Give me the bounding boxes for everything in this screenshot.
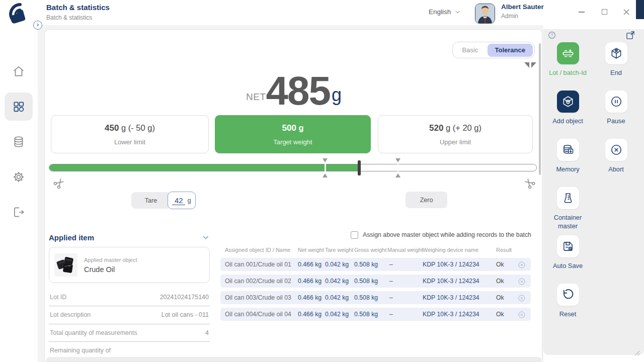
user-menu[interactable]: Albert Sauter Admin (501, 3, 544, 20)
batch-table-header: Assigned object ID / Name Net weight Tar… (220, 247, 532, 255)
expand-panel-button[interactable] (625, 30, 635, 42)
add-object-button[interactable]: Add object (544, 90, 592, 126)
cell-manual-weight: – (389, 308, 393, 321)
cell-net-weight: 0.466 kg (298, 258, 321, 271)
weight-display: NET485g (45, 63, 542, 107)
table-row[interactable]: Oil can 001/Crude oil 01 0.466 kg 0.042 … (220, 258, 531, 271)
lower-limit-marker-bottom (323, 173, 328, 177)
net-value: 485 (266, 75, 330, 107)
column-header: Tare weight (325, 247, 353, 253)
table-row[interactable]: Oil can 002/Crude oil 02 0.466 kg 0.042 … (220, 275, 531, 288)
cell-device-name: KDP 10K-3 / 124234 (423, 258, 479, 271)
sidebar-expand-button[interactable]: › (33, 21, 42, 30)
tab-basic[interactable]: Basic (453, 46, 488, 54)
resize-grip[interactable] (633, 349, 640, 358)
tare-input[interactable] (172, 196, 185, 205)
remove-record-button[interactable] (518, 294, 526, 302)
user-role: Admin (501, 13, 544, 20)
memory-button[interactable]: Memory (544, 139, 592, 174)
left-sidebar: KERN (0, 25, 38, 362)
apps-grid-icon (12, 100, 25, 113)
remove-record-button[interactable] (518, 260, 526, 268)
tare-button[interactable]: Tare (131, 192, 171, 209)
lower-limit-label: Lower limit (114, 138, 145, 146)
container-master-button[interactable]: Container master (544, 187, 592, 230)
field-total-quantity: Total quantity of measurements 4 (49, 324, 210, 342)
cell-tare-weight: 0.042 kg (325, 308, 349, 321)
cell-gross-weight: 0.508 kg (354, 258, 378, 271)
table-row[interactable]: Oil can 003/Crude oil 03 0.466 kg 0.042 … (220, 291, 531, 304)
minimize-button[interactable] (579, 12, 585, 13)
auto-save-button[interactable]: Auto Save (544, 235, 592, 270)
target-weight-card: 500 g Target weight (215, 115, 371, 153)
lower-limit-marker-top (323, 158, 328, 162)
avatar[interactable] (475, 4, 495, 24)
upper-limit-rest: g (+ 20 g) (443, 123, 481, 132)
database-icon (12, 135, 25, 148)
cell-device-name: KDP 10K-3 / 124234 (423, 308, 479, 321)
tare-unit: g (187, 197, 191, 204)
field-value: 4 (205, 329, 209, 336)
lower-limit-gap (325, 163, 326, 172)
reset-button[interactable]: Reset (544, 284, 592, 319)
cell-gross-weight: 0.508 kg (354, 308, 378, 321)
applied-item-collapse-icon[interactable] (202, 233, 210, 241)
minimize-icon (579, 12, 585, 13)
batch-table: Oil can 001/Crude oil 01 0.466 kg 0.042 … (220, 258, 531, 324)
language-selector[interactable]: English (429, 8, 461, 16)
current-weight-marker (358, 160, 361, 175)
assign-checkbox-label: Assign above master object while adding … (363, 231, 531, 238)
remove-record-button[interactable] (518, 310, 526, 318)
abort-icon (605, 139, 627, 161)
lot-batch-id-button[interactable]: Lot / batch-Id (544, 42, 592, 77)
horizontal-scrollbar[interactable] (46, 357, 541, 362)
pause-icon (605, 90, 627, 113)
gear-icon (12, 170, 25, 184)
end-button[interactable]: End (592, 42, 640, 77)
assign-checkbox[interactable] (351, 231, 358, 239)
help-button[interactable]: ? (547, 31, 556, 42)
cell-gross-weight: 0.508 kg (354, 291, 378, 304)
cell-object-name: Oil can 002/Crude oil 02 (225, 275, 291, 288)
table-row[interactable]: Oil can 004/Crude oil 04 0.466 kg 0.042 … (220, 308, 531, 321)
sidebar-item-database[interactable] (5, 128, 33, 156)
maximize-button[interactable] (602, 9, 607, 15)
upper-limit-gap (397, 163, 399, 172)
vertical-scrollbar[interactable] (539, 43, 541, 175)
field-value: Lot oil cans - 011 (162, 311, 209, 318)
remove-record-button[interactable] (518, 277, 526, 285)
upper-limit-label: Upper limit (440, 138, 471, 146)
upper-limit-value: 520 (429, 123, 443, 133)
master-object-name: Crude Oil (84, 265, 137, 274)
column-header: Manual weight (387, 247, 423, 253)
applied-master-object-card: Applied master object Crude Oil (49, 247, 210, 283)
reset-icon (557, 284, 579, 306)
field-value: 20241024175140 (160, 294, 209, 301)
language-label: English (429, 8, 451, 16)
sidebar-item-apps[interactable] (5, 93, 33, 121)
zero-button[interactable]: Zero (406, 192, 447, 208)
column-header: Gross weight (354, 247, 386, 253)
cell-object-name: Oil can 001/Crude oil 01 (225, 258, 291, 271)
assign-master-object-row: Assign above master object while adding … (351, 230, 536, 239)
cell-object-name: Oil can 003/Crude oil 03 (225, 291, 291, 304)
upper-limit-marker-top (395, 158, 400, 162)
scissors-right-icon[interactable] (524, 177, 535, 189)
expand-icon (625, 30, 635, 40)
cell-tare-weight: 0.042 kg (325, 258, 349, 271)
sidebar-item-home[interactable] (5, 57, 33, 85)
upper-limit-marker-bottom (395, 173, 400, 177)
scissors-left-icon[interactable] (54, 177, 65, 189)
sidebar-item-logout[interactable] (5, 198, 33, 226)
pause-button[interactable]: Pause (592, 90, 640, 126)
sidebar-item-settings[interactable] (5, 163, 33, 191)
cell-object-name: Oil can 004/Crude oil 04 (225, 308, 291, 321)
column-header: Net weight (298, 247, 324, 253)
cell-net-weight: 0.466 kg (298, 308, 321, 321)
abort-button[interactable]: Abort (592, 139, 640, 174)
close-button[interactable] (623, 9, 630, 18)
chevron-down-icon (454, 9, 461, 15)
cell-device-name: KDP 10K-3 / 124234 (423, 275, 479, 288)
cell-net-weight: 0.466 kg (298, 275, 321, 288)
tab-tolerance[interactable]: Tolerance (488, 44, 533, 57)
